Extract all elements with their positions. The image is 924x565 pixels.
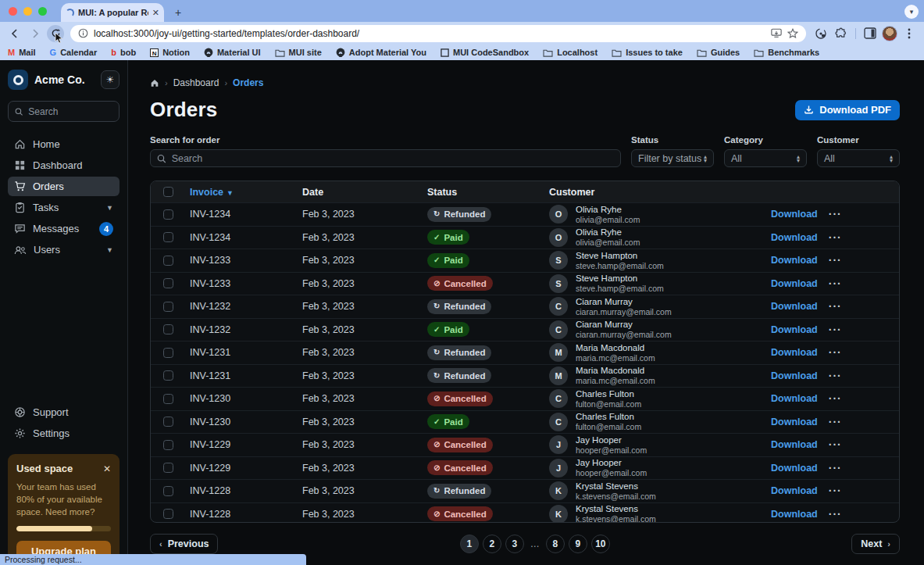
- download-link[interactable]: Download: [771, 439, 818, 450]
- bookmark-item[interactable]: NNotion: [150, 48, 190, 57]
- row-checkbox[interactable]: [163, 394, 173, 404]
- install-app-icon[interactable]: [771, 28, 782, 38]
- download-link[interactable]: Download: [771, 393, 818, 404]
- download-pdf-button[interactable]: Download PDF: [795, 100, 900, 120]
- download-link[interactable]: Download: [771, 347, 818, 358]
- row-checkbox[interactable]: [163, 302, 173, 312]
- row-checkbox[interactable]: [163, 417, 173, 427]
- download-link[interactable]: Download: [771, 509, 818, 520]
- sidebar-item-orders[interactable]: Orders: [8, 177, 120, 196]
- row-checkbox[interactable]: [163, 324, 173, 334]
- reload-button[interactable]: [47, 25, 64, 42]
- row-menu-button[interactable]: ···: [829, 324, 842, 336]
- category-filter-select[interactable]: All ▴▾: [724, 149, 807, 167]
- row-checkbox[interactable]: [163, 440, 173, 450]
- row-menu-button[interactable]: ···: [829, 346, 842, 359]
- row-checkbox[interactable]: [163, 232, 173, 242]
- row-menu-button[interactable]: ···: [829, 277, 842, 290]
- row-checkbox[interactable]: [163, 256, 173, 266]
- password-manager-icon[interactable]: [812, 25, 829, 42]
- extensions-puzzle-icon[interactable]: [833, 25, 850, 42]
- page-button-8[interactable]: 8: [546, 535, 565, 553]
- home-icon[interactable]: [150, 78, 159, 88]
- download-link[interactable]: Download: [771, 324, 818, 335]
- bookmark-item[interactable]: Issues to take: [612, 48, 683, 57]
- page-button-1[interactable]: 1: [460, 535, 479, 553]
- bookmark-item[interactable]: Material UI: [204, 48, 261, 57]
- row-menu-button[interactable]: ···: [829, 416, 842, 428]
- download-link[interactable]: Download: [771, 232, 818, 243]
- sidebar-search-input[interactable]: [28, 106, 112, 117]
- tab-close-icon[interactable]: ✕: [152, 8, 159, 18]
- breadcrumb-dashboard[interactable]: Dashboard: [173, 77, 219, 88]
- status-filter-select[interactable]: Filter by status ▴▾: [631, 149, 714, 167]
- bookmark-item[interactable]: Localhost: [543, 48, 598, 57]
- row-checkbox[interactable]: [163, 278, 173, 288]
- row-menu-button[interactable]: ···: [829, 300, 842, 313]
- bookmark-item[interactable]: bbob: [111, 48, 136, 57]
- row-checkbox[interactable]: [163, 463, 173, 473]
- theme-toggle-button[interactable]: ☀: [101, 70, 120, 89]
- row-menu-button[interactable]: ···: [829, 208, 842, 220]
- row-menu-button[interactable]: ···: [829, 438, 842, 451]
- sidebar-item-home[interactable]: Home: [8, 134, 120, 154]
- zoom-window-button[interactable]: [38, 7, 47, 16]
- sidebar-item-users[interactable]: Users▼: [8, 240, 120, 259]
- download-link[interactable]: Download: [771, 417, 818, 427]
- browser-menu-icon[interactable]: [901, 25, 918, 42]
- bookmark-item[interactable]: Adopt Material You: [336, 48, 426, 57]
- row-checkbox[interactable]: [163, 370, 173, 381]
- close-icon[interactable]: ✕: [103, 463, 111, 474]
- bookmark-item[interactable]: MMail: [8, 48, 36, 57]
- bookmark-item[interactable]: MUI CodeSandbox: [441, 48, 529, 57]
- download-link[interactable]: Download: [771, 370, 818, 381]
- customer-filter-select[interactable]: All ▴▾: [817, 149, 900, 167]
- order-search-field[interactable]: [150, 149, 621, 167]
- close-window-button[interactable]: [9, 7, 17, 16]
- download-link[interactable]: Download: [771, 485, 818, 496]
- next-page-button[interactable]: Next ›: [851, 534, 900, 554]
- address-bar[interactable]: localhost:3000/joy-ui/getting-started/te…: [70, 25, 806, 42]
- download-link[interactable]: Download: [771, 278, 818, 289]
- page-button-10[interactable]: 10: [591, 535, 610, 553]
- row-menu-button[interactable]: ···: [829, 254, 842, 266]
- row-checkbox[interactable]: [163, 486, 173, 496]
- bookmark-item[interactable]: MUI site: [275, 48, 322, 57]
- sidebar-item-dashboard[interactable]: Dashboard: [8, 156, 120, 175]
- forward-button[interactable]: [27, 25, 44, 42]
- sidebar-item-tasks[interactable]: Tasks▼: [8, 198, 120, 217]
- row-menu-button[interactable]: ···: [829, 462, 842, 474]
- side-panel-icon[interactable]: [862, 25, 879, 42]
- bookmark-item[interactable]: GCalendar: [50, 48, 98, 57]
- download-link[interactable]: Download: [771, 209, 818, 220]
- page-button-3[interactable]: 3: [505, 535, 524, 553]
- browser-profile-avatar[interactable]: [882, 26, 897, 41]
- row-menu-button[interactable]: ···: [829, 392, 842, 405]
- sidebar-item-support[interactable]: Support: [8, 402, 120, 422]
- order-search-input[interactable]: [172, 153, 614, 164]
- row-checkbox[interactable]: [163, 348, 173, 358]
- sidebar-item-settings[interactable]: Settings: [8, 424, 120, 443]
- invoice-header[interactable]: Invoice▼: [185, 187, 298, 198]
- page-button-9[interactable]: 9: [569, 535, 587, 553]
- bookmark-star-icon[interactable]: [787, 28, 798, 39]
- download-link[interactable]: Download: [771, 301, 818, 312]
- select-all-checkbox[interactable]: [163, 187, 173, 197]
- bookmark-item[interactable]: Guides: [697, 48, 740, 57]
- back-button[interactable]: [6, 25, 23, 42]
- tab-search-chevron-icon[interactable]: ▾: [904, 5, 919, 19]
- row-checkbox[interactable]: [163, 209, 173, 220]
- browser-tab[interactable]: MUI: A popular React UI fram ✕: [61, 3, 164, 22]
- sidebar-item-messages[interactable]: Messages4: [8, 219, 120, 238]
- row-menu-button[interactable]: ···: [829, 508, 842, 520]
- row-menu-button[interactable]: ···: [829, 485, 842, 497]
- sidebar-search[interactable]: [8, 101, 120, 122]
- row-menu-button[interactable]: ···: [829, 370, 842, 382]
- page-button-2[interactable]: 2: [483, 535, 501, 553]
- new-tab-button[interactable]: +: [170, 5, 186, 20]
- download-link[interactable]: Download: [771, 255, 818, 266]
- window-controls[interactable]: [9, 7, 47, 16]
- minimize-window-button[interactable]: [23, 7, 32, 16]
- bookmark-item[interactable]: Benchmarks: [754, 48, 819, 57]
- previous-page-button[interactable]: ‹ Previous: [150, 534, 218, 554]
